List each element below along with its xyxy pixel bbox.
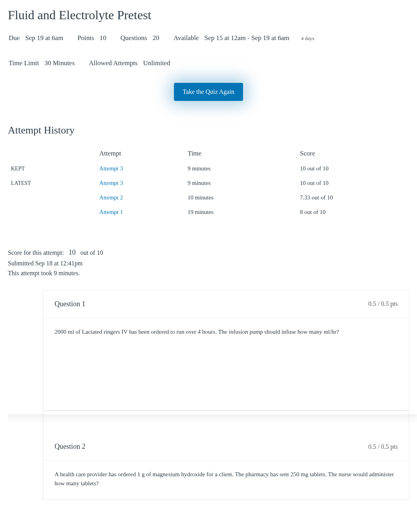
- meta-questions-label: Questions: [121, 34, 147, 42]
- page-title: Fluid and Electrolyte Pretest: [8, 8, 409, 22]
- meta-due: Due Sep 19 at 6am: [9, 34, 63, 42]
- question-card: Question 1 0.5 / 0.5 pts 2000 ml of Lact…: [43, 290, 409, 411]
- status-badge: LATEST: [11, 180, 31, 186]
- meta-allowed-attempts-value: Unlimited: [143, 59, 170, 67]
- history-header-status: [8, 146, 96, 161]
- status-badge: KEPT: [11, 166, 25, 172]
- quiz-meta: Due Sep 19 at 6am Points 10 Questions 20…: [8, 34, 409, 67]
- meta-available-value: Sep 15 at 12am - Sep 19 at 6am: [204, 34, 289, 42]
- history-header-time: Time: [185, 146, 297, 161]
- meta-time-limit: Time Limit 30 Minutes: [9, 59, 75, 67]
- attempt-score: 7.33 out of 10: [297, 190, 409, 205]
- meta-points-value: 10: [100, 34, 106, 42]
- question-points: 0.5 / 0.5 pts: [368, 443, 398, 450]
- table-row: KEPT Attempt 3 9 minutes 10 out of 10: [8, 161, 409, 176]
- score-suffix: out of 10: [80, 249, 103, 256]
- answer-area: [44, 347, 409, 410]
- meta-due-label: Due: [9, 34, 20, 42]
- table-row: Attempt 2 10 minutes 7.33 out of 10: [8, 190, 409, 205]
- meta-allowed-attempts: Allowed Attempts Unlimited: [89, 59, 170, 67]
- meta-available: Available Sep 15 at 12am - Sep 19 at 6am…: [174, 34, 315, 42]
- attempt-history-title: Attempt History: [8, 124, 409, 136]
- question-title: Question 2: [55, 442, 86, 451]
- meta-allowed-attempts-label: Allowed Attempts: [89, 59, 137, 67]
- meta-time-limit-label: Time Limit: [9, 59, 39, 67]
- table-row: LATEST Attempt 3 9 minutes 10 out of 10: [8, 176, 409, 190]
- score-value: 10: [69, 249, 76, 256]
- meta-time-limit-value: 30 Minutes: [44, 59, 75, 67]
- meta-available-duration: 4 days: [301, 35, 315, 42]
- attempt-score: 10 out of 10: [297, 161, 409, 176]
- question-body: 2000 ml of Lactated ringers IV has been …: [44, 318, 409, 347]
- attempt-time: 19 minutes: [185, 205, 297, 219]
- meta-questions: Questions 20: [121, 34, 159, 42]
- take-quiz-again-button[interactable]: Take the Quiz Again: [174, 83, 243, 101]
- question-body: A health care provider has ordered 1 g o…: [44, 461, 409, 499]
- question-points: 0.5 / 0.5 pts: [368, 300, 398, 307]
- attempt-history-table: Attempt Time Score KEPT Attempt 3 9 minu…: [8, 146, 409, 219]
- attempt-time: 9 minutes: [185, 176, 297, 190]
- meta-points-label: Points: [77, 34, 94, 42]
- meta-points: Points 10: [77, 34, 106, 42]
- attempt-link[interactable]: Attempt 2: [99, 194, 123, 201]
- attempt-time: 10 minutes: [185, 190, 297, 205]
- attempt-link[interactable]: Attempt 3: [99, 180, 123, 186]
- attempt-score: 8 out of 10: [297, 205, 409, 219]
- question-card: Question 2 0.5 / 0.5 pts A health care p…: [43, 411, 409, 500]
- score-prefix: Score for this attempt:: [8, 249, 64, 256]
- meta-due-value: Sep 19 at 6am: [25, 34, 63, 42]
- attempt-link[interactable]: Attempt 1: [99, 209, 123, 215]
- meta-available-label: Available: [174, 34, 199, 42]
- submitted-line: Submitted Sep 18 at 12:41pm: [8, 258, 409, 269]
- meta-questions-value: 20: [153, 34, 159, 42]
- duration-line: This attempt took 9 minutes.: [8, 268, 409, 278]
- history-header-attempt: Attempt: [96, 146, 185, 161]
- attempt-link[interactable]: Attempt 3: [99, 165, 123, 172]
- question-title: Question 1: [55, 300, 86, 308]
- attempt-time: 9 minutes: [185, 161, 297, 176]
- score-summary: Score for this attempt: 10 out of 10 Sub…: [8, 247, 409, 278]
- attempt-score: 10 out of 10: [297, 176, 409, 190]
- history-header-score: Score: [297, 146, 409, 161]
- table-row: Attempt 1 19 minutes 8 out of 10: [8, 205, 409, 219]
